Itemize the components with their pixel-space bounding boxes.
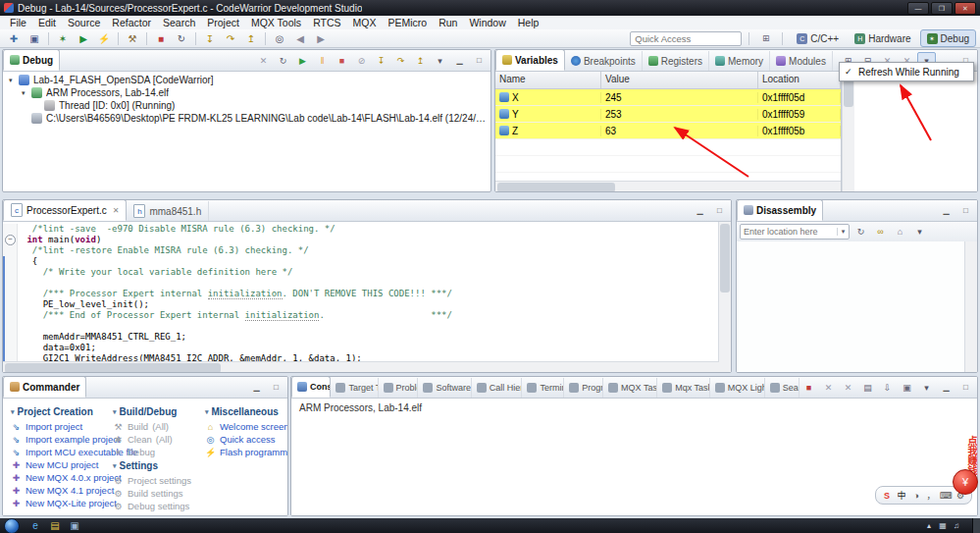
variables-vertical-scrollbar[interactable] bbox=[842, 72, 854, 192]
scrollbar-thumb[interactable] bbox=[720, 224, 730, 293]
commander-view-minimize-icon[interactable]: ▁ bbox=[247, 379, 266, 396]
gutter-cell[interactable] bbox=[3, 289, 18, 299]
tab-mqx-task-qu[interactable]: Mqx Task Qu... bbox=[657, 378, 710, 398]
close-button[interactable]: ✕ bbox=[954, 2, 976, 15]
tab-terminal-1[interactable]: Terminal 1 bbox=[522, 378, 564, 398]
disassembly-view-minimize-icon[interactable]: ▁ bbox=[937, 202, 955, 219]
editor-minimize-icon[interactable]: ▁ bbox=[691, 202, 709, 219]
tab-software-ana[interactable]: Software Ana... bbox=[418, 378, 471, 398]
menu-search[interactable]: Search bbox=[157, 17, 201, 28]
gutter-cell[interactable] bbox=[3, 353, 18, 361]
toolbar-restart-icon[interactable]: ↻ bbox=[172, 29, 191, 47]
gutter-cell[interactable] bbox=[3, 321, 18, 332]
gutter-cell[interactable]: − bbox=[3, 235, 18, 245]
console-terminate-icon[interactable]: ■ bbox=[799, 379, 818, 396]
tab-mqx-task-su[interactable]: MQX Task Su... bbox=[603, 378, 657, 398]
console-remove-launch-icon[interactable]: ✕ bbox=[819, 379, 838, 396]
open-perspective-icon[interactable]: ⊞ bbox=[756, 30, 775, 47]
console-view-minimize-icon[interactable]: ▁ bbox=[937, 379, 955, 396]
perspective-c-c[interactable]: CC/C++ bbox=[790, 29, 846, 47]
gutter-cell[interactable] bbox=[3, 267, 18, 278]
column-header-name[interactable]: Name bbox=[495, 72, 601, 88]
menu-source[interactable]: Source bbox=[62, 17, 106, 28]
console-output[interactable]: ARM Processors, Lab-14.elf bbox=[291, 399, 977, 516]
taskbar-codewarrior-icon[interactable]: ▣ bbox=[65, 519, 84, 532]
tab-commander[interactable]: Commander bbox=[3, 376, 86, 398]
tab-target-tasks[interactable]: Target Tasks bbox=[331, 378, 378, 398]
maximize-button[interactable]: ❐ bbox=[931, 2, 953, 15]
toolbar-step-return-icon[interactable]: ↥ bbox=[241, 29, 261, 47]
disassembly-home-icon[interactable]: ⌂ bbox=[891, 224, 909, 240]
combo-dropdown-icon[interactable]: ▾ bbox=[837, 228, 849, 236]
debug-terminate-icon[interactable]: ■ bbox=[333, 52, 351, 69]
console-clear-console-icon[interactable]: ▤ bbox=[858, 379, 877, 396]
debug-step-over-icon[interactable]: ↷ bbox=[391, 52, 410, 69]
tab-modules[interactable]: Modules bbox=[770, 51, 833, 71]
menu-project[interactable]: Project bbox=[201, 17, 245, 28]
editor-maximize-icon[interactable]: □ bbox=[710, 202, 729, 219]
variable-row[interactable]: Y2530x1ffff059 bbox=[495, 106, 841, 123]
gutter-cell[interactable] bbox=[3, 310, 18, 321]
gutter-cell[interactable] bbox=[3, 245, 18, 256]
menu-refactor[interactable]: Refactor bbox=[106, 17, 157, 28]
tab-breakpoints[interactable]: Breakpoints bbox=[565, 51, 643, 71]
menu-window[interactable]: Window bbox=[463, 17, 511, 28]
disassembly-view-menu-icon[interactable]: ▾ bbox=[910, 224, 929, 240]
menu-item-refresh-while-running[interactable]: ✓Refresh While Running bbox=[841, 64, 972, 80]
toolbar-forward-icon[interactable]: ▶ bbox=[311, 29, 331, 47]
toolbar-flash-programmer-icon[interactable]: ⚡ bbox=[94, 29, 114, 47]
promo-badge[interactable]: ¥ bbox=[953, 469, 978, 495]
code-editor[interactable]: /*lint -save -e970 Disable MISRA rule (6… bbox=[3, 222, 731, 373]
ime-language-mode-icon[interactable]: 中 bbox=[896, 489, 907, 502]
toolbar-debug-configurations-icon[interactable]: ✶ bbox=[53, 29, 73, 47]
ime-punctuation-icon[interactable]: ， bbox=[925, 489, 937, 502]
fold-minus-icon[interactable]: − bbox=[5, 235, 16, 245]
ime-full-half-width-icon[interactable]: ◑ bbox=[910, 491, 922, 501]
debug-tree-item[interactable]: ▾ARM Processors, Lab-14.elf bbox=[3, 86, 490, 99]
console-remove-all-launches-icon[interactable]: ✕ bbox=[839, 379, 857, 396]
toolbar-build-icon[interactable]: ⚒ bbox=[123, 29, 142, 47]
taskbar-internet-explorer-icon[interactable]: e bbox=[26, 519, 45, 532]
commander-item-new-mcu-project[interactable]: ✚New MCU project bbox=[11, 458, 99, 471]
close-tab-icon[interactable]: ✕ bbox=[113, 206, 120, 215]
commander-item-import-example-project[interactable]: ⇘Import example project bbox=[11, 433, 99, 446]
tray-show-hidden-icons-icon[interactable]: ▴ bbox=[923, 521, 935, 530]
debug-restart-icon[interactable]: ↻ bbox=[274, 52, 292, 69]
commander-item-welcome-screen[interactable]: ⌂Welcome screen bbox=[205, 420, 284, 433]
menu-edit[interactable]: Edit bbox=[32, 17, 62, 28]
tab-call-hierarchy[interactable]: Call Hierarchy bbox=[472, 378, 523, 398]
section-collapse-icon[interactable]: ▾ bbox=[113, 408, 117, 416]
tab-debug[interactable]: Debug bbox=[3, 49, 60, 71]
toolbar-new-icon[interactable]: ✚ bbox=[4, 29, 24, 47]
column-header-value[interactable]: Value bbox=[601, 72, 758, 88]
editor-horizontal-scrollbar[interactable] bbox=[3, 361, 731, 373]
editor-vertical-scrollbar[interactable] bbox=[718, 222, 731, 362]
variables-horizontal-scrollbar[interactable] bbox=[495, 181, 841, 192]
menu-mqx-tools[interactable]: MQX Tools bbox=[245, 17, 307, 28]
tab-registers[interactable]: Registers bbox=[643, 51, 709, 71]
debug-remove-all-terminated-icon[interactable]: ✕ bbox=[254, 52, 273, 69]
commander-view-maximize-icon[interactable]: □ bbox=[267, 379, 285, 396]
console-display-selected-console-icon[interactable]: ▾ bbox=[917, 379, 936, 396]
tab-variables[interactable]: Variables bbox=[495, 49, 565, 71]
tab-console[interactable]: Console bbox=[291, 376, 331, 398]
scrollbar-thumb[interactable] bbox=[497, 183, 615, 192]
tray-volume-icon[interactable]: ♫ bbox=[951, 521, 962, 530]
menu-pemicro[interactable]: PEMicro bbox=[382, 17, 433, 28]
gutter-cell[interactable] bbox=[3, 278, 18, 289]
gutter-cell[interactable] bbox=[3, 224, 18, 235]
menu-mqx[interactable]: MQX bbox=[347, 17, 383, 28]
disassembly-view-maximize-icon[interactable]: □ bbox=[956, 202, 975, 219]
variable-row[interactable]: X2450x1ffff05d bbox=[495, 89, 841, 106]
column-header-location[interactable]: Location bbox=[758, 72, 841, 88]
commander-item-import-mcu-executable-file[interactable]: ⇘Import MCU executable file bbox=[11, 446, 99, 458]
commander-item-flash-programmer[interactable]: ⚡Flash programmer bbox=[205, 446, 284, 458]
commander-item-quick-access[interactable]: ◎Quick access bbox=[205, 433, 284, 446]
debug-step-return-icon[interactable]: ↥ bbox=[411, 52, 430, 69]
commander-item-new-mqx-4-1-project[interactable]: ✚New MQX 4.1 project bbox=[11, 484, 99, 497]
gutter-cell[interactable] bbox=[3, 343, 18, 353]
debug-tree-item[interactable]: ▾Lab-14_FLASH_OpenSDA [CodeWarrior] bbox=[3, 74, 490, 86]
disassembly-link-with-debug-context-icon[interactable]: ∞ bbox=[871, 224, 890, 240]
tree-expand-icon[interactable]: ▾ bbox=[9, 77, 19, 84]
ime-sogou-logo-icon[interactable]: S bbox=[881, 491, 893, 501]
